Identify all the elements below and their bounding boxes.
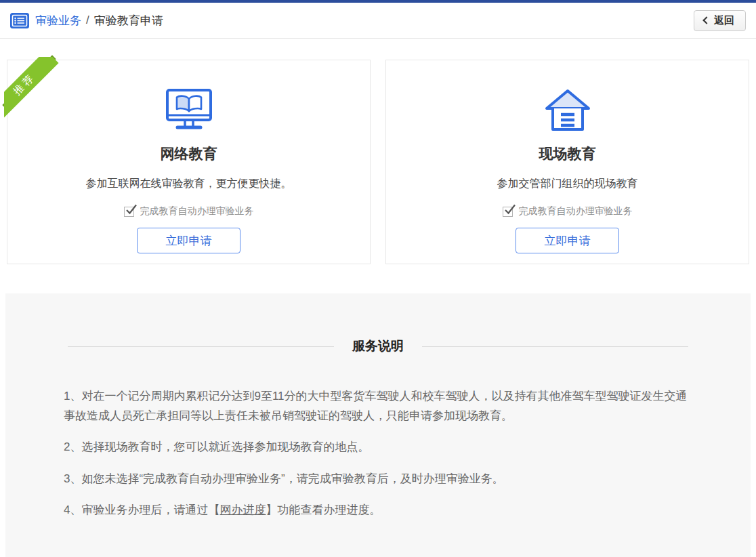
- education-options: 推荐 网络教育 参加互联网在线审验教育，更方便更快捷。: [7, 60, 749, 264]
- service-note-4-suffix: 】功能查看办理进度。: [266, 503, 381, 516]
- breadcrumb-root-link[interactable]: 审验业务: [35, 13, 81, 28]
- chevron-left-icon: [702, 16, 710, 24]
- divider-line: [68, 346, 334, 347]
- auto-process-checkbox-label: 完成教育自动办理审验业务: [519, 205, 633, 218]
- auto-process-checkbox-label: 完成教育自动办理审验业务: [140, 205, 254, 218]
- breadcrumb: 审验业务 / 审验教育申请: [35, 13, 163, 28]
- auto-process-checkbox-row[interactable]: 完成教育自动办理审验业务: [7, 205, 370, 218]
- service-notes-title: 服务说明: [352, 337, 404, 355]
- service-notes-list: 1、对在一个记分周期内累积记分达到9至11分的大中型客货车驾驶人和校车驾驶人，以…: [64, 386, 692, 520]
- breadcrumb-current: 审验教育申请: [94, 13, 163, 28]
- service-note-4: 4、审验业务办理后，请通过【网办进度】功能查看办理进度。: [64, 500, 692, 520]
- breadcrumb-separator: /: [86, 14, 89, 27]
- card-description: 参加交管部门组织的现场教育: [386, 177, 749, 191]
- list-form-icon: [10, 13, 29, 28]
- service-title-row: 服务说明: [68, 337, 688, 355]
- page-header: 审验业务 / 审验教育申请 返回: [0, 3, 756, 39]
- card-description: 参加互联网在线审验教育，更方便更快捷。: [7, 177, 370, 191]
- auto-process-checkbox[interactable]: [503, 207, 513, 217]
- service-note-2: 2、选择现场教育时，您可以就近选择参加现场教育的地点。: [64, 437, 692, 457]
- service-note-3: 3、如您未选择“完成教育自动办理审验业务”，请完成审验教育后，及时办理审验业务。: [64, 469, 692, 489]
- divider-line: [422, 346, 688, 347]
- card-online-education: 推荐 网络教育 参加互联网在线审验教育，更方便更快捷。: [7, 60, 371, 264]
- auto-process-checkbox-row[interactable]: 完成教育自动办理审验业务: [386, 205, 749, 218]
- ribbon-fold: [48, 55, 56, 62]
- service-note-4-prefix: 4、审验业务办理后，请通过【: [64, 503, 219, 516]
- card-title: 现场教育: [386, 144, 749, 163]
- house-list-icon: [386, 87, 749, 133]
- auto-process-checkbox[interactable]: [124, 207, 134, 217]
- service-notes-section: 服务说明 1、对在一个记分周期内累积记分达到9至11分的大中型客货车驾驶人和校车…: [5, 293, 751, 557]
- online-progress-link[interactable]: 网办进度: [219, 503, 266, 516]
- apply-now-button-onsite[interactable]: 立即申请: [516, 228, 619, 253]
- card-title: 网络教育: [7, 144, 370, 163]
- service-note-1: 1、对在一个记分周期内累积记分达到9至11分的大中型客货车驾驶人和校车驾驶人，以…: [64, 386, 692, 426]
- back-button-label: 返回: [714, 14, 734, 27]
- apply-now-button-online[interactable]: 立即申请: [137, 228, 240, 253]
- monitor-book-icon: [7, 87, 370, 133]
- card-onsite-education: 现场教育 参加交管部门组织的现场教育 完成教育自动办理审验业务 立即申请: [385, 60, 749, 264]
- back-button[interactable]: 返回: [694, 10, 746, 31]
- page: 审验业务 / 审验教育申请 返回 推荐: [0, 0, 756, 557]
